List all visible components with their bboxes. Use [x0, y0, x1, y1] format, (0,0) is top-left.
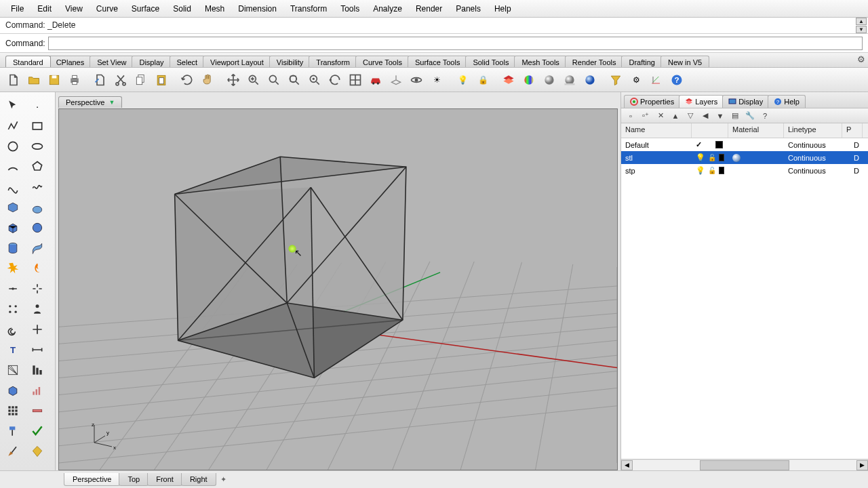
gear-gold-icon[interactable]: ⚙: [627, 70, 646, 89]
tab-viewportlayout[interactable]: Viewport Layout: [203, 56, 271, 67]
tab-display[interactable]: Display: [132, 56, 171, 67]
layer-props-icon[interactable]: ▤: [728, 110, 742, 122]
cube-blue-icon[interactable]: [3, 381, 23, 400]
viewport-dropdown-icon[interactable]: ▼: [108, 99, 115, 106]
print-icon[interactable]: [65, 70, 84, 89]
tab-curvetools[interactable]: Curve Tools: [355, 56, 410, 67]
zoom-selected-icon[interactable]: [305, 70, 324, 89]
sun-icon[interactable]: ☀: [427, 70, 446, 89]
panel-tab-help[interactable]: ?Help: [768, 95, 806, 108]
menu-dimension[interactable]: Dimension: [231, 1, 283, 16]
colorwheel-icon[interactable]: [519, 70, 538, 89]
check-icon[interactable]: [27, 422, 47, 441]
tab-drafting[interactable]: Drafting: [621, 56, 663, 67]
move-prev-icon[interactable]: ◀: [698, 110, 712, 122]
surface-pts-icon[interactable]: [3, 198, 23, 217]
history-scroll-up[interactable]: ▲: [856, 18, 867, 25]
bulb-icon[interactable]: 💡: [696, 166, 705, 175]
zoom-extents-icon[interactable]: [285, 70, 304, 89]
layer-tools-icon[interactable]: 🔧: [743, 110, 757, 122]
zoom-in-icon[interactable]: [244, 70, 263, 89]
undo-icon[interactable]: [178, 70, 197, 89]
zoom-icon[interactable]: [264, 70, 283, 89]
toolbar-settings-icon[interactable]: ⚙: [857, 54, 865, 64]
delete-layer-icon[interactable]: ✕: [654, 110, 667, 122]
menu-render[interactable]: Render: [409, 1, 449, 16]
text-icon[interactable]: T: [3, 340, 23, 359]
sphere-grey-icon[interactable]: [540, 70, 559, 89]
panel-tab-properties[interactable]: Properties: [624, 95, 680, 108]
paste-icon[interactable]: [152, 70, 171, 89]
header-printcolor[interactable]: P: [842, 123, 863, 138]
viewport[interactable]: ↖ x z y: [58, 108, 618, 470]
move-icon[interactable]: [224, 70, 243, 89]
menu-mesh[interactable]: Mesh: [198, 1, 231, 16]
color-swatch[interactable]: [715, 141, 723, 148]
viewtab-add-icon[interactable]: ✦: [220, 475, 226, 484]
tab-solidtools[interactable]: Solid Tools: [465, 56, 516, 67]
cut-icon[interactable]: [111, 70, 130, 89]
tab-visibility[interactable]: Visibility: [269, 56, 311, 67]
header-material[interactable]: Material: [728, 123, 784, 138]
menu-help[interactable]: Help: [488, 1, 518, 16]
sphere-tool-icon[interactable]: [27, 218, 47, 237]
new-layer-icon[interactable]: ▫: [624, 110, 637, 122]
scroll-left-icon[interactable]: ◀: [621, 460, 633, 470]
hatch-icon[interactable]: [3, 361, 23, 380]
brush-icon[interactable]: [3, 442, 23, 461]
menu-surface[interactable]: Surface: [125, 1, 166, 16]
explode-2-icon[interactable]: [27, 279, 47, 298]
header-name[interactable]: Name: [621, 123, 692, 138]
explode-icon[interactable]: [3, 259, 23, 278]
bars-icon[interactable]: [27, 381, 47, 400]
move-up-icon[interactable]: ▲: [669, 110, 682, 122]
undo-view-icon[interactable]: [326, 70, 344, 89]
sphere-grey2-icon[interactable]: [560, 70, 579, 89]
cplane-axes-icon[interactable]: [647, 70, 666, 89]
circle-icon[interactable]: [3, 137, 23, 156]
tab-meshtools[interactable]: Mesh Tools: [514, 56, 566, 67]
menu-panels[interactable]: Panels: [449, 1, 488, 16]
tab-transform[interactable]: Transform: [309, 56, 357, 67]
curve-icon[interactable]: [3, 178, 23, 197]
external-icon[interactable]: [91, 70, 110, 89]
new-icon[interactable]: [4, 70, 23, 89]
person-icon[interactable]: [27, 300, 47, 319]
menu-edit[interactable]: Edit: [31, 1, 58, 16]
polygon-icon[interactable]: [27, 157, 47, 176]
viewtab-front[interactable]: Front: [147, 473, 182, 486]
sphere-blue-icon[interactable]: [580, 70, 599, 89]
polyline-icon[interactable]: [3, 117, 23, 136]
scroll-track[interactable]: [633, 460, 856, 470]
snaps-icon[interactable]: [27, 320, 47, 339]
material-sphere-icon[interactable]: [732, 154, 741, 162]
lock-small-icon[interactable]: 🔓: [708, 154, 716, 161]
pipe-icon[interactable]: [27, 239, 47, 258]
save-icon[interactable]: [45, 70, 64, 89]
menu-analyze[interactable]: Analyze: [366, 1, 409, 16]
viewtab-right[interactable]: Right: [181, 473, 216, 486]
pointer-icon[interactable]: [3, 96, 23, 115]
scroll-thumb[interactable]: [700, 460, 789, 470]
new-sublayer-icon[interactable]: ▫⁺: [639, 110, 652, 122]
grid-9-icon[interactable]: [3, 401, 23, 420]
box-icon[interactable]: [3, 218, 23, 237]
tab-surfacetools[interactable]: Surface Tools: [408, 56, 467, 67]
open-icon[interactable]: [24, 70, 43, 89]
tab-select[interactable]: Select: [170, 56, 205, 67]
layer-filter-icon[interactable]: ▼: [713, 110, 727, 122]
cylinder-icon[interactable]: [3, 239, 23, 258]
color-swatch[interactable]: [719, 154, 724, 161]
freeform-icon[interactable]: [27, 178, 47, 197]
copy-icon[interactable]: [132, 70, 151, 89]
join-icon[interactable]: [3, 279, 23, 298]
car-icon[interactable]: [366, 70, 385, 89]
menu-transform[interactable]: Transform: [283, 1, 334, 16]
menu-tools[interactable]: Tools: [334, 1, 366, 16]
color-swatch[interactable]: [719, 167, 724, 174]
move-down-icon[interactable]: ▽: [684, 110, 697, 122]
help-icon[interactable]: ?: [667, 70, 686, 89]
lock-small-icon[interactable]: 🔓: [708, 167, 716, 174]
tab-newinv5[interactable]: New in V5: [660, 56, 709, 67]
bulb-icon[interactable]: 💡: [696, 153, 705, 162]
